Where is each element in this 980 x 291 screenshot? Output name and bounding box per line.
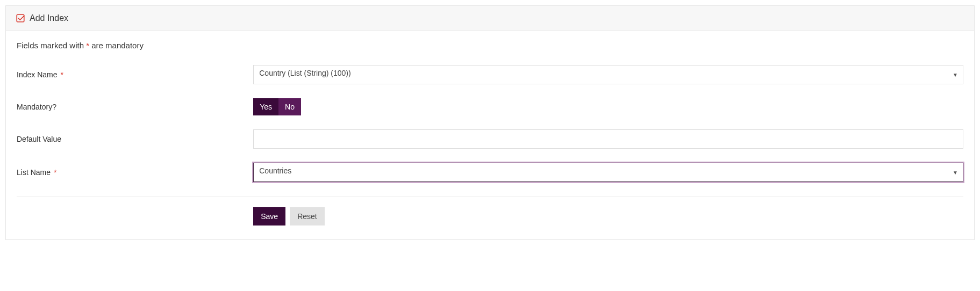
notice-prefix: Fields marked with — [17, 41, 86, 50]
reset-button[interactable]: Reset — [290, 207, 325, 225]
panel-header: Add Index — [6, 6, 974, 31]
save-button[interactable]: Save — [253, 207, 285, 225]
label-list-name: List Name * — [17, 168, 253, 177]
label-index-name: Index Name * — [17, 70, 253, 79]
label-default-value: Default Value — [17, 135, 253, 143]
row-default-value: Default Value — [17, 129, 963, 149]
row-list-name: List Name * Countries ▼ — [17, 163, 963, 182]
row-index-name: Index Name * Country (List (String) (100… — [17, 65, 963, 84]
list-name-value: Countries — [259, 166, 291, 175]
default-value-input[interactable] — [253, 129, 963, 149]
check-square-icon — [16, 13, 25, 23]
divider — [17, 196, 963, 197]
panel-title: Add Index — [30, 13, 68, 23]
panel-body: Fields marked with * are mandatory Index… — [6, 31, 974, 239]
index-name-select[interactable]: Country (List (String) (100)) — [253, 65, 963, 84]
label-mandatory: Mandatory? — [17, 103, 253, 111]
row-mandatory: Mandatory? Yes No — [17, 98, 963, 115]
svg-rect-0 — [17, 14, 24, 22]
notice-suffix: are mandatory — [89, 41, 144, 50]
row-buttons: Save Reset — [17, 207, 963, 225]
mandatory-no-button[interactable]: No — [278, 98, 301, 115]
list-name-select[interactable]: Countries — [253, 163, 963, 182]
mandatory-yes-button[interactable]: Yes — [253, 98, 278, 115]
mandatory-toggle: Yes No — [253, 98, 301, 115]
add-index-panel: Add Index Fields marked with * are manda… — [5, 5, 975, 240]
mandatory-notice: Fields marked with * are mandatory — [17, 41, 963, 50]
index-name-value: Country (List (String) (100)) — [259, 69, 350, 77]
